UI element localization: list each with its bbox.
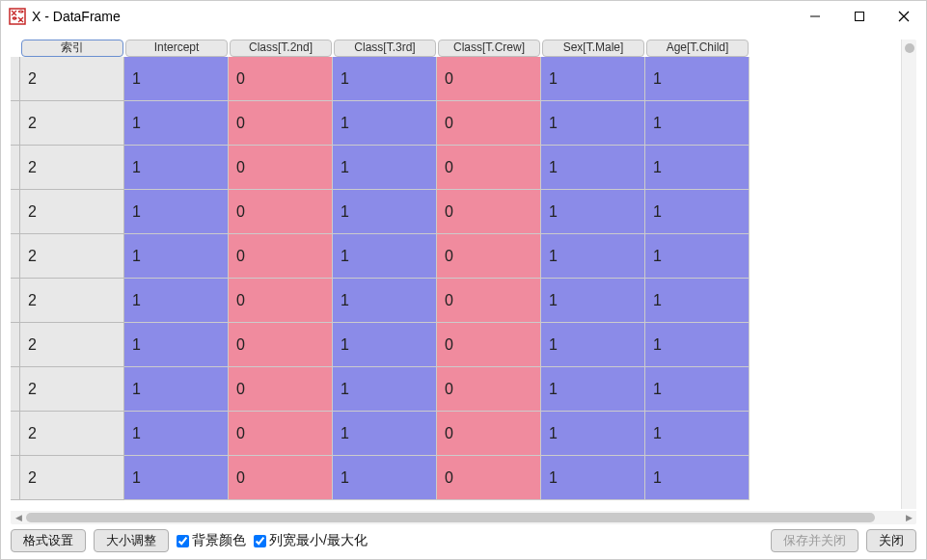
data-cell[interactable]: 1: [124, 190, 229, 234]
data-cell[interactable]: 0: [229, 323, 333, 367]
data-cell[interactable]: 0: [437, 323, 541, 367]
column-header[interactable]: Age[T.Child]: [646, 40, 749, 57]
scroll-left-icon[interactable]: ◀: [11, 513, 26, 522]
data-cell[interactable]: 1: [124, 367, 229, 412]
data-cell[interactable]: 1: [124, 412, 229, 456]
data-cell[interactable]: 1: [333, 412, 437, 456]
data-cell[interactable]: 1: [645, 279, 750, 323]
dataframe-grid[interactable]: 索引InterceptClass[T.2nd]Class[T.3rd]Class…: [11, 40, 901, 500]
close-window-button[interactable]: [882, 1, 926, 32]
data-cell[interactable]: 1: [124, 146, 229, 190]
data-cell[interactable]: 1: [333, 190, 437, 234]
data-cell[interactable]: 0: [437, 412, 541, 456]
data-cell[interactable]: 0: [229, 234, 333, 279]
bgcolor-checkbox-input[interactable]: [177, 535, 189, 547]
data-cell[interactable]: 1: [645, 190, 750, 234]
index-cell[interactable]: 2: [20, 412, 124, 456]
index-cell[interactable]: 2: [20, 190, 124, 234]
data-cell[interactable]: 1: [124, 101, 229, 146]
minimize-button[interactable]: [793, 1, 837, 32]
column-header[interactable]: Sex[T.Male]: [542, 40, 644, 57]
horizontal-scroll-thumb[interactable]: [26, 513, 875, 522]
index-cell[interactable]: 2: [20, 279, 124, 323]
data-cell[interactable]: 1: [124, 234, 229, 279]
data-cell[interactable]: 1: [645, 101, 750, 146]
content-area: 索引InterceptClass[T.2nd]Class[T.3rd]Class…: [1, 32, 926, 528]
data-cell[interactable]: 1: [541, 367, 645, 412]
window-title: X - DataFrame: [32, 9, 793, 24]
data-cell[interactable]: 1: [541, 412, 645, 456]
data-cell[interactable]: 1: [333, 146, 437, 190]
vertical-scrollbar[interactable]: [901, 40, 916, 509]
data-cell[interactable]: 1: [124, 57, 229, 101]
data-cell[interactable]: 1: [541, 57, 645, 101]
data-cell[interactable]: 1: [124, 323, 229, 367]
data-cell[interactable]: 0: [229, 279, 333, 323]
data-cell[interactable]: 1: [333, 57, 437, 101]
index-cell[interactable]: 2: [20, 101, 124, 146]
scroll-right-icon[interactable]: ▶: [901, 513, 916, 522]
column-header[interactable]: Intercept: [125, 40, 228, 57]
maximize-button[interactable]: [837, 1, 882, 32]
data-cell[interactable]: 1: [645, 456, 750, 500]
data-cell[interactable]: 1: [645, 234, 750, 279]
data-cell[interactable]: 1: [645, 146, 750, 190]
column-header[interactable]: Class[T.2nd]: [230, 40, 332, 57]
svg-rect-2: [856, 13, 864, 21]
close-button[interactable]: 关闭: [866, 529, 916, 552]
index-cell[interactable]: 2: [20, 456, 124, 500]
format-settings-button[interactable]: 格式设置: [11, 529, 86, 552]
column-header[interactable]: Class[T.Crew]: [438, 40, 540, 57]
data-cell[interactable]: 1: [541, 101, 645, 146]
data-cell[interactable]: 0: [437, 367, 541, 412]
index-cell[interactable]: 2: [20, 146, 124, 190]
column-header[interactable]: Class[T.3rd]: [334, 40, 436, 57]
data-cell[interactable]: 1: [645, 367, 750, 412]
save-and-close-button[interactable]: 保存并关闭: [771, 529, 859, 552]
data-cell[interactable]: 0: [229, 57, 333, 101]
data-cell[interactable]: 0: [229, 101, 333, 146]
data-cell[interactable]: 0: [229, 412, 333, 456]
data-cell[interactable]: 1: [541, 234, 645, 279]
colwidth-checkbox[interactable]: 列宽最小/最大化: [254, 532, 368, 549]
data-cell[interactable]: 0: [437, 146, 541, 190]
data-cell[interactable]: 0: [229, 146, 333, 190]
data-cell[interactable]: 0: [437, 234, 541, 279]
index-cell[interactable]: 2: [20, 234, 124, 279]
index-cell[interactable]: 2: [20, 367, 124, 412]
colwidth-checkbox-input[interactable]: [254, 535, 266, 547]
data-cell[interactable]: 1: [124, 456, 229, 500]
data-cell[interactable]: 1: [541, 323, 645, 367]
data-cell[interactable]: 0: [437, 456, 541, 500]
data-cell[interactable]: 0: [229, 367, 333, 412]
data-cell[interactable]: 1: [541, 190, 645, 234]
data-cell[interactable]: 1: [645, 57, 750, 101]
data-cell[interactable]: 1: [645, 412, 750, 456]
data-cell[interactable]: 0: [437, 190, 541, 234]
data-cell[interactable]: 1: [541, 279, 645, 323]
vertical-scroll-thumb[interactable]: [905, 43, 914, 53]
data-cell[interactable]: 1: [333, 101, 437, 146]
data-cell[interactable]: 0: [229, 190, 333, 234]
data-cell[interactable]: 0: [229, 456, 333, 500]
data-cell[interactable]: 1: [124, 279, 229, 323]
bgcolor-checkbox[interactable]: 背景颜色: [177, 532, 246, 549]
data-cell[interactable]: 1: [541, 146, 645, 190]
dataframe-window: X - DataFrame 索引InterceptClass[T.2nd]Cla…: [0, 0, 927, 560]
data-cell[interactable]: 1: [333, 367, 437, 412]
horizontal-scrollbar[interactable]: ◀ ▶: [11, 511, 916, 524]
data-cell[interactable]: 0: [437, 57, 541, 101]
resize-button[interactable]: 大小调整: [94, 529, 169, 552]
data-cell[interactable]: 1: [541, 456, 645, 500]
data-cell[interactable]: 1: [645, 323, 750, 367]
data-cell[interactable]: 1: [333, 234, 437, 279]
index-cell[interactable]: 2: [20, 323, 124, 367]
index-header[interactable]: 索引: [21, 40, 123, 57]
data-cell[interactable]: 1: [333, 279, 437, 323]
data-cell[interactable]: 1: [333, 323, 437, 367]
data-cell[interactable]: 0: [437, 279, 541, 323]
data-cell[interactable]: 1: [333, 456, 437, 500]
index-cell[interactable]: 2: [20, 57, 124, 101]
colwidth-checkbox-label: 列宽最小/最大化: [269, 532, 368, 549]
data-cell[interactable]: 0: [437, 101, 541, 146]
